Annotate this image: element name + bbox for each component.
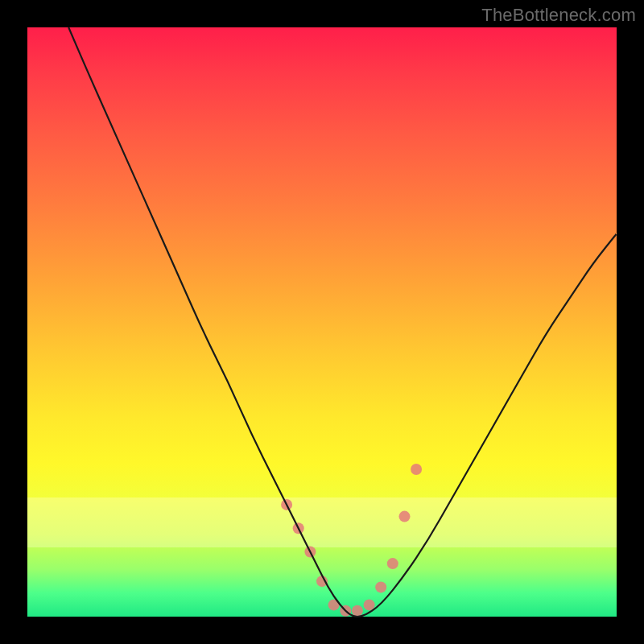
marker-dot <box>399 511 411 522</box>
marker-layer <box>281 464 422 617</box>
chart-svg <box>27 27 617 617</box>
marker-dot <box>411 464 422 475</box>
chart-frame: TheBottleneck.com <box>0 0 644 644</box>
bottleneck-curve <box>68 27 617 617</box>
marker-dot <box>375 581 386 592</box>
marker-dot <box>387 558 398 569</box>
watermark-label: TheBottleneck.com <box>481 5 636 26</box>
marker-dot <box>352 605 363 617</box>
marker-dot <box>364 599 375 610</box>
